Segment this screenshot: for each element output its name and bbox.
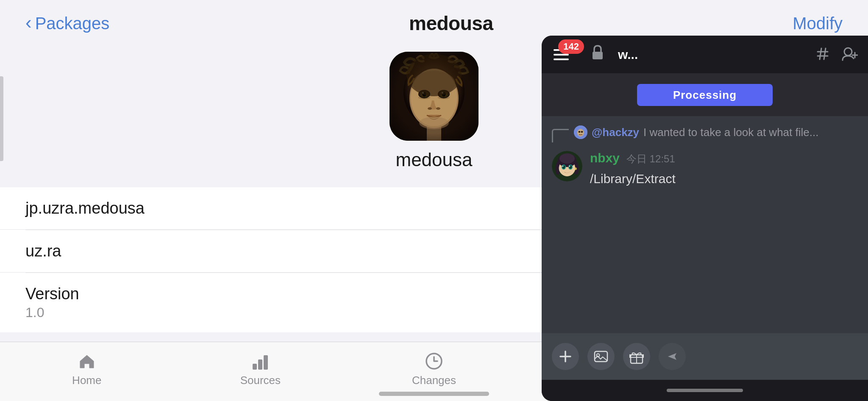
home-indicator	[379, 392, 489, 396]
tab-home[interactable]: Home	[0, 352, 174, 387]
notification-badge: 142	[558, 39, 584, 54]
reply-line	[552, 129, 569, 142]
modify-button[interactable]: Modify	[793, 14, 843, 33]
svg-point-31	[579, 131, 581, 133]
tab-changes-label: Changes	[412, 374, 456, 387]
discord-header: 142 w...	[542, 36, 868, 74]
message-time: 今日 12:51	[626, 152, 675, 166]
nbxy-avatar	[552, 151, 582, 181]
svg-rect-21	[253, 364, 257, 370]
back-label: Packages	[35, 14, 110, 33]
discord-menu-button[interactable]: 142	[552, 45, 576, 64]
reply-avatar	[574, 125, 587, 139]
message-row-nbxy: nbxy 今日 12:51 /Library/Extract	[552, 151, 858, 188]
svg-point-42	[569, 166, 570, 167]
back-chevron-icon: ‹	[25, 13, 32, 32]
svg-point-43	[565, 171, 572, 175]
discord-add-button[interactable]	[552, 343, 579, 370]
svg-point-28	[844, 48, 852, 56]
discord-messages: @hackzy I wanted to take a look at what …	[542, 116, 868, 333]
svg-rect-22	[258, 359, 262, 370]
svg-point-44	[574, 167, 577, 170]
discord-more-button[interactable]	[659, 343, 686, 370]
package-icon	[389, 52, 479, 141]
back-button[interactable]: ‹ Packages	[25, 14, 109, 33]
discord-home-indicator-area	[542, 380, 868, 401]
processing-bar: Processing	[637, 84, 773, 106]
hash-icon[interactable]	[815, 47, 830, 63]
processing-area: Processing	[542, 74, 868, 116]
page-title: medousa	[409, 12, 493, 35]
svg-rect-45	[595, 351, 607, 362]
package-display-name: medousa	[395, 149, 472, 170]
hamburger-line-3	[554, 58, 569, 60]
tab-sources-label: Sources	[240, 374, 281, 387]
discord-input-bar	[542, 333, 868, 380]
svg-rect-27	[593, 52, 603, 59]
tab-home-label: Home	[72, 374, 101, 387]
svg-point-32	[581, 131, 583, 133]
message-username: nbxy	[590, 151, 620, 165]
reply-content: @hackzy I wanted to take a look at what …	[574, 125, 818, 140]
add-member-icon[interactable]	[842, 47, 858, 63]
svg-point-36	[559, 153, 575, 164]
discord-image-button[interactable]	[587, 343, 615, 370]
discord-gift-button[interactable]	[623, 343, 650, 370]
lock-icon	[591, 45, 604, 64]
home-icon	[78, 352, 96, 370]
discord-channel-icons	[815, 47, 858, 63]
reply-thread: @hackzy I wanted to take a look at what …	[552, 125, 858, 142]
discord-overlay: 142 w...	[542, 36, 868, 401]
sources-icon	[251, 352, 270, 370]
reply-username: @hackzy	[592, 125, 639, 140]
tab-changes[interactable]: Changes	[347, 352, 521, 387]
svg-rect-20	[389, 52, 479, 141]
message-body-nbxy: nbxy 今日 12:51 /Library/Extract	[590, 151, 858, 188]
svg-point-30	[577, 129, 584, 136]
channel-name: w...	[618, 47, 638, 62]
message-text: /Library/Extract	[590, 169, 858, 188]
channel-name-area: w...	[618, 47, 638, 62]
side-bar-indicator	[0, 76, 3, 161]
hamburger-line-2	[554, 54, 569, 56]
tab-sources[interactable]: Sources	[174, 352, 348, 387]
discord-home-bar	[667, 389, 743, 392]
svg-rect-23	[264, 355, 268, 370]
changes-icon	[425, 352, 443, 370]
processing-label: Processing	[673, 89, 737, 102]
svg-point-41	[562, 166, 564, 167]
reply-text: I wanted to take a look at what file...	[643, 125, 818, 140]
message-meta: nbxy 今日 12:51	[590, 151, 858, 166]
